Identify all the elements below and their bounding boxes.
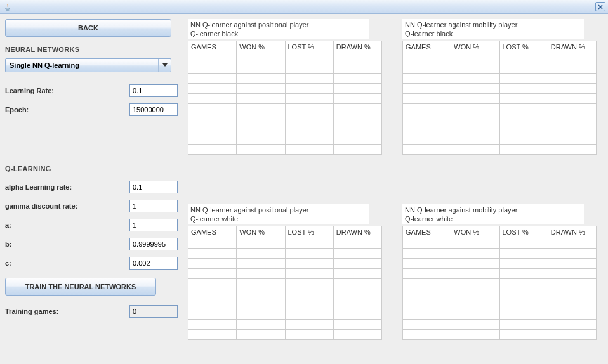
train-button[interactable]: TRAIN THE NEURAL NETWORKS [5, 278, 156, 296]
table-row [188, 330, 382, 340]
training-games-label: Training games: [5, 308, 129, 315]
table-row [188, 145, 382, 155]
nn-type-combo-value: Single NN Q-learning [10, 62, 79, 69]
table-title-line2: Q-learner white [190, 214, 367, 223]
alpha-input[interactable] [129, 181, 178, 193]
table-row [403, 63, 597, 74]
table-row [403, 238, 597, 249]
table-title-line1: NN Q-learner against positional player [190, 205, 367, 214]
table-positional-white: NN Q-learner against positional player Q… [188, 204, 382, 340]
table-row [403, 330, 597, 340]
gamma-label: gamma discount rate: [5, 202, 129, 210]
data-table: GAMES WON % LOST % DRAWN % [402, 41, 597, 155]
close-button[interactable] [595, 2, 605, 11]
col-won: WON % [237, 226, 285, 238]
table-title: NN Q-learner against positional player Q… [188, 204, 369, 224]
nn-type-combo[interactable]: Single NN Q-learning [5, 58, 171, 72]
table-row [188, 104, 382, 114]
table-row [188, 259, 382, 269]
table-row [403, 279, 597, 289]
table-row [188, 94, 382, 104]
table-row [188, 74, 382, 84]
java-icon [3, 2, 13, 12]
table-title-line1: NN Q-learner against mobility player [405, 205, 581, 214]
col-drawn: DRAWN % [333, 41, 381, 53]
data-table: GAMES WON % LOST % DRAWN % [188, 41, 382, 155]
table-row [188, 134, 382, 145]
col-won: WON % [451, 226, 499, 238]
table-row [403, 114, 597, 124]
table-row [403, 269, 597, 279]
table-row [403, 74, 597, 84]
table-row [403, 259, 597, 269]
b-label: b: [5, 240, 129, 248]
table-row [188, 269, 382, 279]
left-panel: BACK NEURAL NETWORKS Single NN Q-learnin… [5, 19, 178, 340]
q-learning-header: Q-LEARNING [5, 165, 178, 172]
col-games: GAMES [188, 41, 237, 53]
window-titlebar [0, 0, 608, 14]
col-won: WON % [451, 41, 499, 53]
table-row [403, 134, 597, 145]
a-input[interactable] [129, 219, 178, 231]
table-title: NN Q-learner against mobility player Q-l… [402, 204, 584, 224]
table-row [188, 238, 382, 249]
table-row [188, 249, 382, 259]
table-row [188, 320, 382, 330]
table-title-line1: NN Q-learner against positional player [190, 20, 367, 29]
col-lost: LOST % [285, 41, 333, 53]
col-lost: LOST % [499, 41, 548, 53]
c-input[interactable] [129, 257, 178, 270]
right-panel: NN Q-learner against positional player Q… [188, 19, 603, 340]
col-lost: LOST % [285, 226, 333, 238]
chevron-down-icon [158, 59, 171, 72]
table-row [188, 299, 382, 309]
col-games: GAMES [403, 226, 451, 238]
col-drawn: DRAWN % [548, 226, 596, 238]
table-row [188, 279, 382, 289]
col-games: GAMES [403, 41, 451, 53]
data-table: GAMES WON % LOST % DRAWN % [402, 226, 597, 340]
epoch-label: Epoch: [5, 106, 129, 114]
data-table: GAMES WON % LOST % DRAWN % [188, 226, 382, 340]
table-row [188, 63, 382, 74]
table-mobility-white: NN Q-learner against mobility player Q-l… [402, 204, 597, 340]
table-row [188, 124, 382, 134]
table-title: NN Q-learner against positional player Q… [188, 19, 369, 39]
b-input[interactable] [129, 238, 178, 250]
epoch-input[interactable] [129, 103, 178, 116]
col-drawn: DRAWN % [548, 41, 596, 53]
table-row [403, 289, 597, 299]
table-title-line2: Q-learner black [190, 29, 367, 38]
table-title: NN Q-learner against mobility player Q-l… [402, 19, 584, 39]
alpha-label: alpha Learning rate: [5, 183, 129, 191]
table-title-line2: Q-learner black [405, 29, 581, 38]
learning-rate-input[interactable] [129, 84, 178, 97]
col-drawn: DRAWN % [333, 226, 381, 238]
col-lost: LOST % [499, 226, 548, 238]
table-row [403, 53, 597, 63]
table-row [188, 114, 382, 124]
table-row [403, 249, 597, 259]
table-positional-black: NN Q-learner against positional player Q… [188, 19, 382, 155]
table-title-line1: NN Q-learner against mobility player [405, 20, 581, 29]
table-row [403, 94, 597, 104]
table-title-line2: Q-learner white [405, 214, 581, 223]
gamma-input[interactable] [129, 200, 178, 212]
table-row [403, 299, 597, 309]
training-games-output [129, 305, 178, 318]
table-row [188, 53, 382, 63]
c-label: c: [5, 259, 129, 267]
col-games: GAMES [188, 226, 237, 238]
table-row [403, 309, 597, 320]
table-row [403, 104, 597, 114]
back-button[interactable]: BACK [5, 19, 171, 37]
table-row [403, 145, 597, 155]
table-row [403, 84, 597, 94]
neural-networks-header: NEURAL NETWORKS [5, 46, 178, 53]
table-row [188, 289, 382, 299]
table-row [403, 320, 597, 330]
table-row [403, 124, 597, 134]
table-mobility-black: NN Q-learner against mobility player Q-l… [402, 19, 597, 155]
col-won: WON % [237, 41, 285, 53]
